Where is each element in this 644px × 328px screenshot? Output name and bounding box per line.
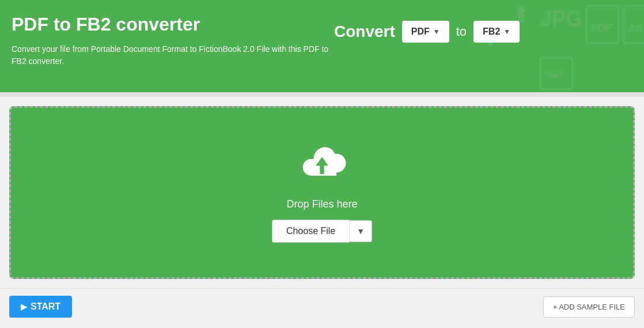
- footer-bar: ▶ START + ADD SAMPLE FILE: [0, 288, 644, 325]
- page-title: PDF to FB2 converter: [12, 14, 334, 35]
- choose-file-wrapper: Choose File ▼: [272, 220, 372, 243]
- main-content: Drop Files here Choose File ▼: [0, 97, 644, 288]
- add-sample-button[interactable]: + ADD SAMPLE FILE: [543, 296, 635, 318]
- choose-file-dropdown-button[interactable]: ▼: [349, 220, 372, 242]
- drop-text: Drop Files here: [286, 198, 357, 210]
- page-description: Convert your file from Portable Document…: [12, 43, 334, 67]
- start-label: START: [31, 301, 60, 312]
- converter-controls: Convert PDF ▼ to FB2 ▼: [334, 10, 531, 43]
- header-separator: [0, 92, 644, 97]
- svg-text:Ad: Ad: [628, 22, 642, 34]
- header-left: PDF to FB2 converter Convert your file f…: [12, 10, 334, 67]
- drop-zone[interactable]: Drop Files here Choose File ▼: [9, 106, 635, 279]
- start-button[interactable]: ▶ START: [9, 296, 72, 318]
- header: PDF to FB2 converter Convert your file f…: [0, 0, 644, 92]
- svg-rect-3: [624, 6, 644, 43]
- svg-rect-1: [586, 6, 618, 43]
- to-format-label: FB2: [483, 27, 500, 37]
- svg-rect-5: [540, 58, 572, 89]
- to-format-arrow: ▼: [503, 28, 510, 36]
- svg-text:PNG: PNG: [545, 70, 562, 80]
- from-format-button[interactable]: PDF ▼: [402, 21, 449, 43]
- svg-text:JPG: JPG: [540, 7, 582, 31]
- to-format-button[interactable]: FB2 ▼: [473, 21, 520, 43]
- choose-file-button[interactable]: Choose File: [272, 220, 349, 243]
- convert-label: Convert: [334, 22, 395, 41]
- play-icon: ▶: [21, 302, 27, 311]
- from-format-arrow: ▼: [433, 28, 440, 36]
- cloud-upload-icon: [296, 143, 348, 189]
- to-label: to: [456, 24, 467, 39]
- svg-text:PDF: PDF: [591, 22, 612, 34]
- from-format-label: PDF: [411, 27, 430, 37]
